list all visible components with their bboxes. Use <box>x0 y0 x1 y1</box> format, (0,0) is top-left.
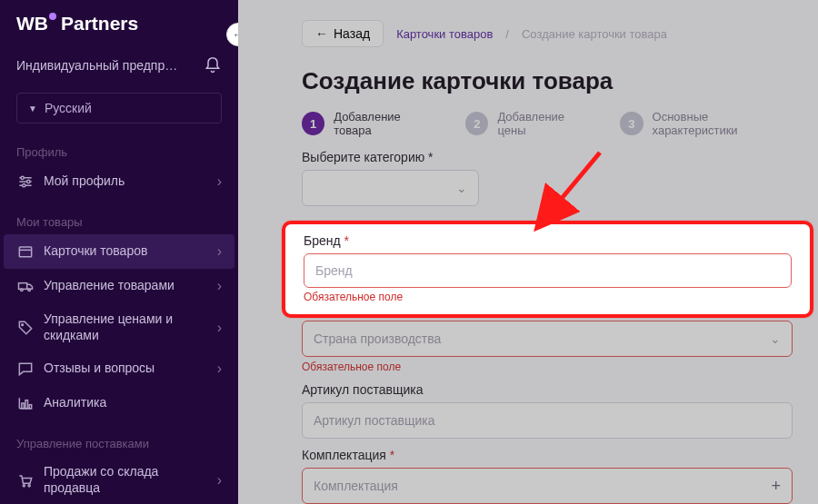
article-label: Артикул поставщика <box>302 382 793 397</box>
svg-point-12 <box>28 484 30 486</box>
step-label: Добавление товара <box>334 110 438 137</box>
logo-prefix: WB <box>16 13 48 35</box>
article-field: Артикул поставщика <box>302 382 793 439</box>
svg-rect-9 <box>25 400 28 409</box>
box-icon <box>16 242 35 261</box>
bundle-input-wrap: + <box>302 468 793 504</box>
sidebar: WB Partners Индивидуальный предпр… ▼ Рус… <box>0 0 238 504</box>
svg-point-7 <box>22 323 24 325</box>
svg-point-1 <box>27 180 30 183</box>
step-num: 3 <box>620 112 643 135</box>
sliders-icon <box>16 173 35 191</box>
bundle-input[interactable] <box>314 479 771 493</box>
logo: WB Partners <box>0 13 238 44</box>
step-2[interactable]: 2 Добавление цены <box>465 110 593 137</box>
chevron-right-icon: › <box>217 278 222 294</box>
chevron-right-icon: › <box>217 472 222 489</box>
logo-dot-icon <box>49 13 56 20</box>
chat-icon <box>16 360 35 378</box>
page-title: Создание карточки товара <box>302 67 793 95</box>
svg-rect-10 <box>29 405 31 409</box>
chevron-down-icon: ⌄ <box>456 181 467 195</box>
language-label: Русский <box>45 101 92 115</box>
logo-suffix: Partners <box>61 13 138 35</box>
country-select[interactable]: Страна производства ⌄ <box>302 321 793 357</box>
steps: 1 Добавление товара 2 Добавление цены 3 … <box>302 110 793 137</box>
step-num: 2 <box>465 112 488 135</box>
truck-icon <box>16 277 35 295</box>
chart-icon <box>16 394 35 412</box>
chevron-right-icon: › <box>217 320 222 336</box>
svg-point-0 <box>21 176 24 179</box>
highlight-brand-box: Бренд * Обязательное поле <box>282 221 813 318</box>
breadcrumb: ← Назад Карточки товаров / Создание карт… <box>302 20 793 47</box>
step-3[interactable]: 3 Основные характеристики <box>620 110 793 137</box>
bell-icon[interactable] <box>204 56 222 74</box>
chevron-right-icon: › <box>217 243 222 260</box>
sidebar-item-product-cards[interactable]: Карточки товаров › <box>4 234 234 269</box>
section-heading-profile: Профиль <box>0 129 238 164</box>
brand-input-wrap <box>304 253 792 288</box>
sidebar-item-label: Управление ценами и скидками <box>44 311 189 343</box>
svg-rect-4 <box>19 283 27 290</box>
chevron-right-icon: › <box>217 361 222 377</box>
step-label: Основные характеристики <box>653 110 793 137</box>
breadcrumb-current: Создание карточки товара <box>522 27 667 41</box>
bundle-field: Комплектация * + Обязательное поле <box>302 448 793 504</box>
category-select[interactable]: ⌄ <box>302 170 479 206</box>
article-input[interactable] <box>314 413 781 428</box>
sidebar-item-manage-goods[interactable]: Управление товарами › <box>0 269 238 303</box>
brand-error: Обязательное поле <box>304 291 792 303</box>
breadcrumb-sep: / <box>505 27 509 41</box>
step-1[interactable]: 1 Добавление товара <box>302 110 438 137</box>
chevron-down-icon: ▼ <box>28 104 37 114</box>
sidebar-item-label: Управление товарами <box>44 278 175 294</box>
sidebar-item-label: Аналитика <box>44 395 106 411</box>
svg-point-5 <box>21 289 24 292</box>
country-placeholder: Страна производства <box>314 331 441 346</box>
svg-point-6 <box>28 289 31 292</box>
country-error: Обязательное поле <box>302 361 793 373</box>
sidebar-item-reviews[interactable]: Отзывы и вопросы › <box>0 351 238 386</box>
sidebar-item-seller-stock[interactable]: Продажи со склада продавца › <box>0 456 238 504</box>
sidebar-item-label: Продажи со склада продавца <box>44 464 189 496</box>
section-heading-supply: Управление поставками <box>0 420 238 456</box>
back-label: Назад <box>334 26 370 41</box>
user-name: Индивидуальный предпр… <box>16 58 177 73</box>
section-heading-goods: Мои товары <box>0 199 238 234</box>
breadcrumb-link[interactable]: Карточки товаров <box>396 27 493 41</box>
sidebar-item-manage-prices[interactable]: Управление ценами и скидками › <box>0 303 238 351</box>
bundle-label: Комплектация * <box>302 448 793 462</box>
sidebar-item-label: Отзывы и вопросы <box>44 361 155 377</box>
step-num: 1 <box>302 112 324 135</box>
svg-rect-8 <box>22 403 24 409</box>
article-input-wrap <box>302 402 793 439</box>
brand-input[interactable] <box>315 263 780 278</box>
sidebar-item-my-profile[interactable]: Мой профиль › <box>0 164 238 199</box>
back-button[interactable]: ← Назад <box>302 20 384 47</box>
brand-label: Бренд * <box>304 233 792 248</box>
user-row: Индивидуальный предпр… <box>0 44 238 87</box>
category-field: Выберите категорию * ⌄ <box>302 150 793 206</box>
plus-icon[interactable]: + <box>771 477 781 496</box>
arrow-left-icon: ← <box>315 26 328 41</box>
chevron-right-icon: › <box>217 173 222 190</box>
svg-point-11 <box>23 484 25 486</box>
chevron-down-icon: ⌄ <box>770 331 781 346</box>
sidebar-item-label: Карточки товаров <box>44 243 147 260</box>
cart-icon <box>16 471 35 489</box>
step-label: Добавление цены <box>497 110 593 137</box>
svg-rect-3 <box>19 247 31 257</box>
language-select[interactable]: ▼ Русский <box>16 93 222 124</box>
sidebar-item-label: Мой профиль <box>44 173 125 190</box>
tag-icon <box>16 319 35 337</box>
sidebar-item-analytics[interactable]: Аналитика <box>0 386 238 420</box>
category-label: Выберите категорию * <box>302 150 793 164</box>
svg-point-2 <box>23 184 25 187</box>
